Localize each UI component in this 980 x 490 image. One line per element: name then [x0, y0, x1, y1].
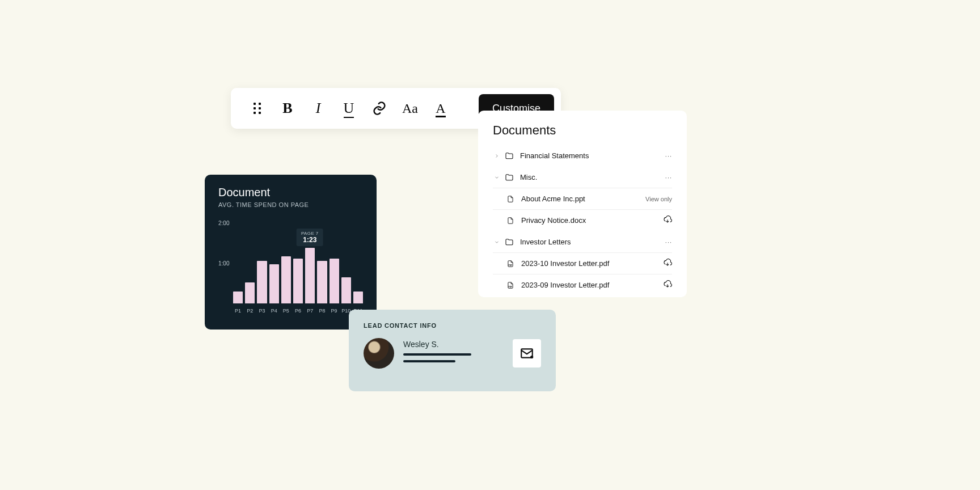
- download-icon[interactable]: [663, 216, 672, 226]
- more-icon[interactable]: ···: [665, 239, 672, 246]
- x-tick-label: P6: [293, 308, 303, 314]
- chart-bar[interactable]: [317, 261, 327, 303]
- x-tick-label: P4: [269, 308, 279, 314]
- x-tick-label: P2: [245, 308, 255, 314]
- x-tick-label: P1: [233, 308, 243, 314]
- document-icon: [505, 216, 516, 225]
- chevron-down-icon[interactable]: [493, 175, 501, 180]
- row-label: Financial Statements: [520, 151, 665, 160]
- x-tick-label: P9: [330, 308, 339, 314]
- file-row[interactable]: About Acme Inc.pptView only: [493, 188, 672, 209]
- chart-bar[interactable]: [245, 282, 255, 303]
- folder-row[interactable]: Investor Letters···: [493, 231, 672, 252]
- email-button[interactable]: [513, 339, 541, 368]
- analytics-card: Document AVG. TIME SPEND ON PAGE 1:002:0…: [205, 175, 377, 330]
- italic-button[interactable]: I: [308, 98, 328, 119]
- contact-heading: LEAD CONTACT INFO: [364, 322, 541, 329]
- access-badge: View only: [645, 196, 672, 202]
- svg-point-3: [530, 356, 533, 358]
- link-button[interactable]: [369, 98, 390, 119]
- chart-bar[interactable]: [233, 292, 243, 303]
- chart-bar[interactable]: [257, 261, 267, 303]
- y-tick-label: 1:00: [218, 260, 229, 267]
- chart-bar[interactable]: [281, 256, 291, 303]
- chart-tooltip: PAGE 7 1:23: [297, 229, 323, 246]
- row-label: 2023-10 Investor Letter.pdf: [521, 259, 663, 268]
- lead-contact-card: LEAD CONTACT INFO Wesley S.: [349, 310, 556, 391]
- chart-bar[interactable]: [293, 259, 303, 303]
- tooltip-value: 1:23: [303, 236, 316, 244]
- more-icon[interactable]: ···: [665, 174, 672, 181]
- x-tick-label: P8: [317, 308, 327, 314]
- download-icon[interactable]: [663, 259, 672, 269]
- file-row[interactable]: Privacy Notice.docx: [493, 209, 672, 231]
- underline-button[interactable]: U: [339, 98, 359, 119]
- redacted-line: [403, 360, 455, 362]
- chart-bar[interactable]: [305, 248, 315, 303]
- bold-button[interactable]: B: [277, 98, 298, 119]
- analytics-subtitle: AVG. TIME SPEND ON PAGE: [218, 201, 363, 208]
- folder-icon: [504, 173, 514, 182]
- y-tick-label: 2:00: [218, 220, 229, 226]
- x-tick-label: P5: [281, 308, 291, 314]
- x-tick-label: P3: [257, 308, 267, 314]
- folder-row[interactable]: Financial Statements···: [493, 145, 672, 166]
- row-label: 2023-09 Investor Letter.pdf: [521, 281, 663, 289]
- row-label: Privacy Notice.docx: [521, 216, 663, 225]
- chart-bar[interactable]: [353, 292, 363, 303]
- more-icon[interactable]: ···: [665, 153, 672, 159]
- documents-panel: Documents Financial Statements···Misc.··…: [478, 111, 687, 297]
- svg-text:PDF: PDF: [509, 264, 512, 266]
- file-row[interactable]: PDF2023-09 Investor Letter.pdf: [493, 274, 672, 295]
- folder-icon: [504, 151, 514, 160]
- chart-bar[interactable]: [341, 277, 351, 303]
- documents-title: Documents: [493, 123, 672, 138]
- analytics-title: Document: [218, 186, 363, 199]
- contact-name: Wesley S.: [403, 340, 504, 349]
- chart-bar[interactable]: [269, 264, 279, 303]
- redacted-line: [403, 353, 471, 356]
- folder-row[interactable]: Misc.···: [493, 166, 672, 188]
- row-label: Investor Letters: [520, 238, 665, 246]
- avatar: [364, 338, 394, 369]
- document-icon: [505, 195, 516, 204]
- mail-icon: [519, 346, 534, 361]
- folder-icon: [504, 238, 514, 247]
- drag-handle-icon[interactable]: [247, 98, 267, 119]
- tooltip-page-label: PAGE 7: [301, 231, 319, 236]
- row-label: Misc.: [520, 173, 665, 181]
- text-style-button[interactable]: Aa: [400, 98, 420, 119]
- pdf-icon: PDF: [505, 281, 516, 290]
- chevron-right-icon[interactable]: [493, 153, 501, 159]
- svg-text:PDF: PDF: [509, 285, 512, 288]
- chart-bar[interactable]: [330, 259, 339, 303]
- row-label: About Acme Inc.ppt: [521, 195, 645, 203]
- chevron-down-icon[interactable]: [493, 239, 501, 245]
- pdf-icon: PDF: [505, 259, 516, 268]
- text-color-button[interactable]: A: [430, 98, 451, 119]
- time-on-page-chart: 1:002:00 P1P2P3P4P5P6P7P8P9P10P11 PAGE 7…: [218, 223, 363, 314]
- x-tick-label: P7: [305, 308, 315, 314]
- file-row[interactable]: PDF2023-10 Investor Letter.pdf: [493, 252, 672, 274]
- download-icon[interactable]: [663, 280, 672, 290]
